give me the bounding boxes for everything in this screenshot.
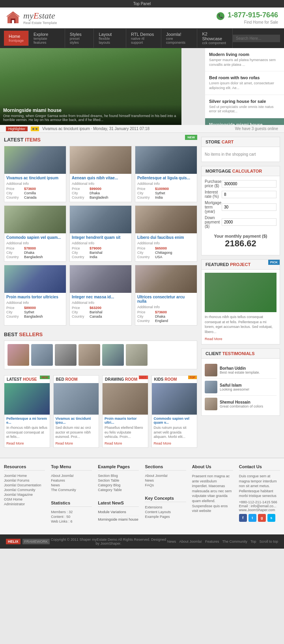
facebook-icon[interactable]: f <box>239 514 247 522</box>
latest-news-item-1[interactable]: Module Variations <box>98 510 139 516</box>
footer-bottom-link-top[interactable]: Top <box>250 540 256 543</box>
nav-styles[interactable]: Stylespreset styles <box>65 29 94 48</box>
items-grid: Vivamus ac tincidunt ipsum Additional In… <box>4 146 197 326</box>
footer-link-community[interactable]: The Community <box>51 488 92 492</box>
latest-news-item-2[interactable]: Morningside miami house <box>98 517 139 523</box>
nav-layout[interactable]: Layoutflexible layouts <box>94 29 126 48</box>
footer-section-about[interactable]: About Joomla! <box>145 474 186 478</box>
item-country-1: Canada <box>24 195 37 199</box>
footer-link-section-table[interactable]: Section Table <box>98 478 139 482</box>
skype-icon[interactable]: s <box>267 514 275 522</box>
room-card-kids: KIDS ROOM TOP Commodo sapien vel quam v.… <box>151 375 198 448</box>
item-link-1[interactable]: Vivamus ac tincidunt ipsum <box>6 176 64 180</box>
footer-bottom-link-scroll[interactable]: Scroll to top <box>259 540 278 543</box>
nav-explore[interactable]: Exploretemplate features <box>29 29 65 48</box>
item-link-8[interactable]: Integer nec massa id... <box>72 295 129 299</box>
footer-section-news[interactable]: News <box>145 478 186 482</box>
mortgage-body: Purchase price ($) Interest rate (%) Mor… <box>202 176 280 255</box>
google-icon[interactable]: g <box>258 514 266 522</box>
twitter-icon[interactable]: t <box>248 514 256 522</box>
left-column: LATEST ITEMS NEW Vivamus ac tincidunt ip… <box>4 137 197 454</box>
footer-link-joomla-magazine[interactable]: Joomla! Magazine <box>4 493 45 497</box>
room-link-house[interactable]: Pellentesque a mi lorem e... <box>6 417 48 424</box>
nav-home[interactable]: Homefrontpage <box>4 31 29 46</box>
footer-link-osm[interactable]: OSM Home <box>4 497 45 501</box>
item-country-8: Canada <box>90 315 102 318</box>
room-link-bed[interactable]: Vivamus ac tincidunt ipsu... <box>56 417 97 424</box>
footer-bottom-link-community[interactable]: The Community <box>222 540 247 543</box>
mortgage-input-4[interactable] <box>222 218 277 226</box>
hero-sidebar-item-2[interactable]: Bed room with two rofas Lorem ipsum dolo… <box>205 71 284 95</box>
item-link-7[interactable]: Proin mauris tortor ultricies <box>6 295 64 299</box>
footer-link-news[interactable]: News <box>51 483 92 487</box>
item-link-9[interactable]: Ultrices consectetur arcu nulla <box>137 295 195 303</box>
hero-image: Morningside miami house One morning, whe… <box>0 48 181 125</box>
mortgage-input-1[interactable] <box>222 180 277 188</box>
footer-col-contact: Contact Us Duis congue sem at magna temp… <box>239 464 280 525</box>
footer-link-section-blog[interactable]: Section Blog <box>98 474 139 478</box>
mortgage-label-1: Purchase price ($) <box>205 179 222 188</box>
footer-key-extensions[interactable]: Extensions <box>145 505 186 509</box>
nav-joomla[interactable]: Joomla!core components <box>161 29 197 48</box>
read-more-bed[interactable]: Read More <box>56 441 73 445</box>
footer-bottom-link-about[interactable]: About Joomla! <box>179 540 202 543</box>
item-thumb-9 <box>135 265 197 293</box>
read-more-kids[interactable]: Read More <box>154 441 172 445</box>
item-price-1: $73600 <box>24 187 36 191</box>
room-link-drawing[interactable]: Proin mauris tortor ultri... <box>105 417 146 424</box>
item-addinfo-8: Additional Info <box>72 301 129 305</box>
ticker-content: Highlighter ■ ■ Vivamus ac tincidunt ips… <box>6 127 149 131</box>
item-card-5: Integer hendrerit quam sit Additional In… <box>69 205 132 262</box>
hero-sidebar-item-3[interactable]: Silver spring house for sale Sed ut pers… <box>205 95 284 118</box>
ticker-label: Highlighter <box>6 127 28 131</box>
room-text-bed: Sed dictum nisi ac orci auctor et posuer… <box>56 426 97 439</box>
footer-link-features[interactable]: Features <box>51 478 92 482</box>
footer-examples-title: Example Pages <box>98 464 139 471</box>
footer-bottom-link-news[interactable]: News <box>167 540 176 543</box>
item-thumb-8 <box>70 265 131 293</box>
hero-sidebar-item-1[interactable]: Modern living room Samper mauris ad plat… <box>205 48 284 71</box>
footer-key-layouts[interactable]: Content Layouts <box>145 510 186 514</box>
hero-item-1-desc: Samper mauris ad platea hymenaeos sem co… <box>209 58 280 67</box>
room-card-bed: BED ROOM Vivamus ac tincidunt ipsu... Se… <box>53 375 99 448</box>
search-input[interactable] <box>233 35 280 42</box>
seller-avatar-3 <box>55 344 77 366</box>
nav-k2[interactable]: K2 Showcasecck component <box>197 28 233 48</box>
item-thumb-7 <box>4 265 66 293</box>
logo-icon <box>6 11 20 25</box>
mortgage-input-2[interactable] <box>222 191 277 198</box>
navigation: Homefrontpage Exploretemplate features S… <box>0 28 284 48</box>
room-header-drawing: DRAWING ROOM HOT <box>103 376 148 383</box>
footer-key-concepts-title: Key Concepts <box>145 496 186 502</box>
hero-sidebar-item-4[interactable]: Morningside miami house One morning, whe… <box>205 118 284 125</box>
footer-link-joomla-community[interactable]: Joomla! Community <box>4 488 45 492</box>
footer-link-category-table[interactable]: Category Table <box>98 488 139 492</box>
item-link-3[interactable]: Pellentesque at ligula quis... <box>137 176 195 180</box>
cart-empty-text: No items in the shopping cart <box>205 150 277 158</box>
footer-stat-members: Members : 32 <box>51 510 92 514</box>
footer-link-about[interactable]: About Joomla! <box>51 474 92 478</box>
featured-project-body: In rhoncus nibh quis tellus consequat co… <box>202 270 280 344</box>
mortgage-input-3[interactable] <box>222 203 277 211</box>
item-link-4[interactable]: Commodo sapien vel quam... <box>6 235 64 240</box>
footer-key-examples[interactable]: Example Pages <box>145 515 186 519</box>
footer-link-admin[interactable]: Administrator <box>4 502 45 506</box>
footer-link-joomla-forums[interactable]: Joomla! Forums <box>4 478 45 482</box>
footer-link-joomla-docs[interactable]: Joomla! Documentation <box>4 483 45 487</box>
read-more-drawing[interactable]: Read More <box>105 441 122 445</box>
item-link-5[interactable]: Integer hendrerit quam sit <box>72 235 129 240</box>
ticker-icons: ■ ■ <box>31 127 39 131</box>
item-link-2[interactable]: Aenean quis nibh vitae... <box>72 176 129 180</box>
featured-read-more[interactable]: Read More <box>205 337 222 341</box>
item-link-6[interactable]: Libero dui faucibus enim <box>137 235 195 240</box>
footer-bottom-link-features[interactable]: Features <box>205 540 219 543</box>
nav-rtl[interactable]: RTL Demosnative rtl support <box>126 29 161 48</box>
footer-section-faqs[interactable]: FAQs <box>145 483 186 487</box>
item-city-4: Dhaka <box>24 251 34 255</box>
footer-link-category-blog[interactable]: Category Blog <box>98 483 139 487</box>
footer-link-joomla-home[interactable]: Joomla! Home <box>4 474 45 478</box>
ticker-text: Vivamus ac tincidunt ipsum · Monday, 31 … <box>42 127 149 131</box>
read-more-house[interactable]: Read More <box>6 441 24 445</box>
room-link-kids[interactable]: Commodo sapien vel quam v... <box>154 417 195 424</box>
top-panel: Top Panel <box>0 0 284 7</box>
